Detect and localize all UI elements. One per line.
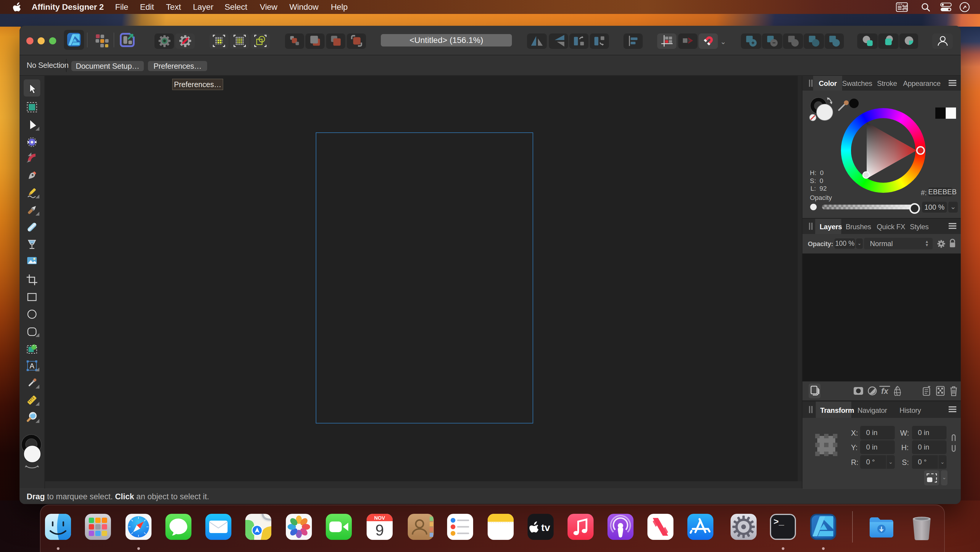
svg-text:tv: tv [541,522,550,533]
svg-text:NOV: NOV [374,515,385,521]
svg-text:>_: >_ [773,517,784,527]
svg-text:9: 9 [375,522,384,539]
svg-text:A: A [30,362,34,370]
